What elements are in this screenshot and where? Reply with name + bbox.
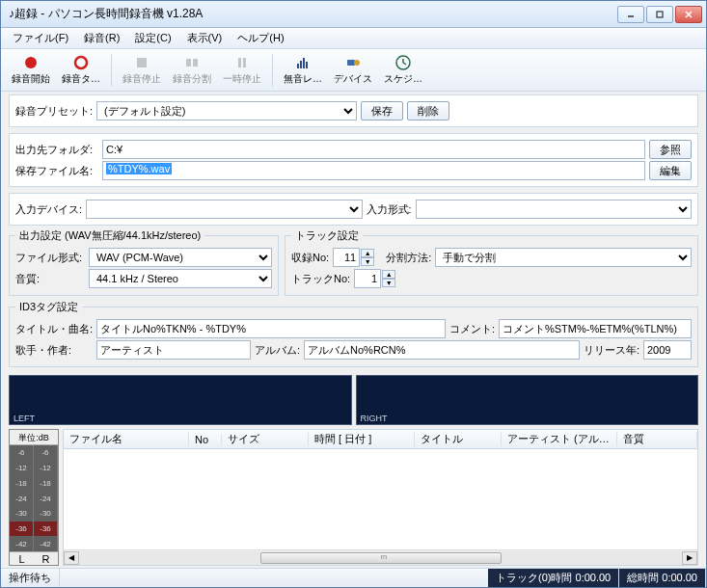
col-quality[interactable]: 音質	[617, 432, 697, 446]
status-ready: 操作待ち	[1, 569, 60, 587]
meter-tick: -30	[34, 506, 58, 521]
preset-panel: 録音プリセット: (デフォルト設定) 保存 削除	[9, 94, 698, 127]
waveform-right: RIGHT	[356, 375, 699, 425]
titlebar: ♪超録 - パソコン長時間録音機 v1.28A	[1, 1, 706, 28]
meter-tick: -6	[10, 445, 34, 461]
id3-album-label: アルバム:	[255, 343, 300, 358]
col-size[interactable]: サイズ	[222, 432, 309, 446]
col-title[interactable]: タイトル	[415, 432, 502, 446]
menu-settings[interactable]: 設定(C)	[127, 28, 178, 48]
record-start-button[interactable]: 録音開始	[7, 51, 55, 90]
svg-rect-10	[243, 58, 246, 67]
spin-down-icon[interactable]: ▼	[382, 279, 395, 287]
id3-artist-label: 歌手・作者:	[15, 343, 93, 358]
output-panel: 出力先フォルダ: 参照 保存ファイル名: %TDY%.wav 編集	[9, 133, 698, 187]
menu-view[interactable]: 表示(V)	[179, 28, 231, 48]
meter-tick: -24	[34, 491, 58, 506]
record-timer-button[interactable]: 録音タ…	[57, 51, 105, 90]
quality-select[interactable]: 44.1 kHz / Stereo	[89, 269, 272, 288]
track-settings-legend: トラック設定	[291, 228, 363, 243]
rec-no-spinner[interactable]: ▲▼	[333, 248, 374, 267]
split-label: 分割方法:	[386, 251, 431, 265]
spin-up-icon[interactable]: ▲	[382, 270, 395, 279]
input-device-select[interactable]	[86, 200, 362, 219]
meter-tick: -36	[34, 521, 58, 537]
file-format-select[interactable]: WAV (PCM-Wave)	[89, 248, 272, 267]
id3-album-input[interactable]	[304, 340, 580, 360]
waveform-display: LEFT RIGHT	[9, 375, 698, 425]
output-folder-label: 出力先フォルダ:	[15, 143, 98, 157]
meter-tick: -42	[34, 536, 58, 551]
spin-down-icon[interactable]: ▼	[361, 257, 374, 266]
track-no-spinner[interactable]: ▲▼	[354, 269, 395, 288]
id3-legend: ID3タグ設定	[15, 300, 82, 314]
maximize-button[interactable]	[646, 6, 673, 23]
clock-icon	[394, 54, 412, 71]
id3-comment-input[interactable]	[499, 319, 692, 338]
output-settings-legend: 出力設定 (WAV無圧縮/44.1kHz/stereo)	[15, 228, 204, 243]
list-body[interactable]	[64, 449, 697, 549]
svg-rect-15	[347, 60, 355, 66]
scroll-right-icon[interactable]: ▶	[682, 551, 697, 565]
meter-l-label: L	[10, 552, 34, 565]
track-no-label: トラックNo:	[291, 272, 350, 286]
menu-file[interactable]: ファイル(F)	[5, 28, 76, 48]
meter-tick: -18	[34, 475, 58, 491]
split-method-select[interactable]: 手動で分割	[435, 248, 692, 267]
col-filename[interactable]: ファイル名	[64, 432, 189, 446]
meter-tick: -42	[10, 536, 34, 551]
horizontal-scrollbar[interactable]: ◀ m ▶	[64, 549, 697, 565]
silence-button[interactable]: 無音レ…	[279, 51, 327, 90]
schedule-button[interactable]: スケジ…	[379, 51, 427, 90]
meter-unit-label: 単位:dB	[10, 430, 58, 445]
level-meter: 単位:dB -6-12-18-24-30-36-42 -6-12-18-24-3…	[9, 429, 59, 566]
id3-title-input[interactable]	[96, 319, 446, 338]
filename-input[interactable]: %TDY%.wav	[102, 161, 645, 180]
preset-delete-button[interactable]: 削除	[407, 101, 449, 120]
device-button[interactable]: デバイス	[329, 51, 377, 90]
menu-help[interactable]: ヘルプ(H)	[230, 28, 291, 48]
edit-button[interactable]: 編集	[649, 161, 692, 180]
track-settings-group: トラック設定 収録No: ▲▼ 分割方法: 手動で分割 トラックNo: ▲▼	[285, 228, 698, 296]
spin-up-icon[interactable]: ▲	[361, 249, 374, 257]
menubar: ファイル(F) 録音(R) 設定(C) 表示(V) ヘルプ(H)	[1, 28, 706, 49]
id3-year-input[interactable]	[643, 340, 692, 360]
col-time-date[interactable]: 時間 [ 日付 ]	[309, 432, 415, 446]
svg-rect-7	[186, 59, 191, 67]
id3-artist-input[interactable]	[96, 340, 251, 360]
id3-comment-label: コメント:	[449, 322, 495, 336]
meter-r-label: R	[34, 552, 58, 565]
meter-tick: -6	[34, 445, 58, 461]
meter-tick: -24	[10, 491, 34, 506]
input-format-label: 入力形式:	[367, 202, 412, 217]
svg-rect-13	[303, 58, 305, 68]
split-icon	[183, 54, 201, 71]
svg-line-19	[403, 63, 406, 65]
browse-button[interactable]: 参照	[649, 140, 692, 159]
id3-group: ID3タグ設定 タイトル・曲名: コメント: 歌手・作者: アルバム: リリース…	[9, 300, 698, 367]
record-split-button: 録音分割	[168, 51, 216, 90]
id3-title-label: タイトル・曲名:	[15, 322, 93, 336]
close-button[interactable]	[675, 6, 702, 23]
list-header: ファイル名 No サイズ 時間 [ 日付 ] タイトル アーティスト (アル… …	[64, 430, 697, 449]
record-stop-button: 録音停止	[118, 51, 166, 90]
output-folder-input[interactable]	[102, 140, 645, 159]
pause-button: 一時停止	[218, 51, 266, 90]
col-artist[interactable]: アーティスト (アル…	[502, 432, 617, 446]
scroll-left-icon[interactable]: ◀	[64, 551, 79, 565]
svg-rect-6	[137, 58, 147, 67]
preset-select[interactable]: (デフォルト設定)	[96, 101, 357, 120]
menu-record[interactable]: 録音(R)	[76, 28, 127, 48]
record-timer-icon	[72, 54, 90, 71]
filename-label: 保存ファイル名:	[15, 164, 98, 178]
svg-rect-12	[300, 61, 302, 68]
separator	[111, 54, 112, 87]
statusbar: 操作待ち トラック(0)時間 0:00.00 総時間 0:00.00	[1, 568, 706, 587]
col-no[interactable]: No	[189, 434, 222, 445]
preset-save-button[interactable]: 保存	[361, 101, 403, 120]
svg-rect-1	[657, 12, 663, 17]
input-format-select[interactable]	[416, 200, 692, 219]
minimize-button[interactable]	[617, 6, 644, 23]
id3-year-label: リリース年:	[584, 343, 639, 358]
device-icon	[344, 54, 362, 71]
